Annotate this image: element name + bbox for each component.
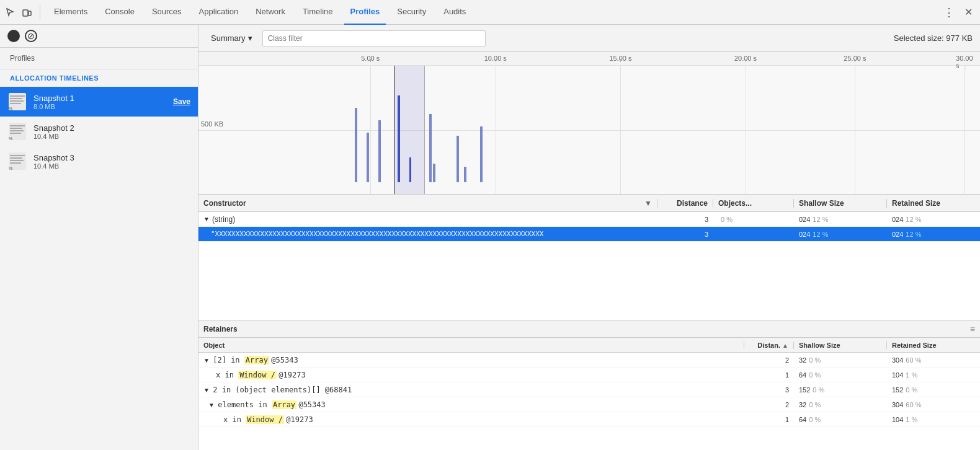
retainers-body: ▼ [2] in Array @55343 2 32 0 % 304 6 [198, 353, 980, 450]
retainers-section: Retainers ≡ Object Distan. ▲ Shallow Siz… [198, 320, 980, 450]
svg-rect-18 [10, 162, 21, 164]
sidebar: ⊘ Profiles ALLOCATION TIMELINES % Snapsh… [0, 25, 198, 450]
more-options-button[interactable]: ⋮ [941, 6, 957, 19]
tab-application[interactable]: Application [193, 0, 245, 25]
close-button[interactable]: ✕ [962, 6, 975, 18]
ruler-tick-5s: 5.00 s [361, 55, 380, 62]
svg-rect-17 [10, 160, 24, 161]
svg-rect-12 [10, 133, 21, 134]
snapshot-1-size: 8.0 MB [33, 103, 167, 110]
snapshot-item-2[interactable]: % Snapshot 2 10.4 MB [0, 117, 198, 146]
timeline-container[interactable]: 5.00 s 10.00 s 15.00 s 20.00 s 25.00 s 3… [198, 52, 980, 195]
ret-row-0[interactable]: ▼ [2] in Array @55343 2 32 0 % 304 6 [198, 353, 980, 368]
row-distance-string: 3 [657, 216, 713, 223]
record-button[interactable] [7, 30, 20, 42]
table-body: ▼ (string) 3 0 % 024 12 % [198, 212, 980, 320]
tab-security[interactable]: Security [391, 0, 432, 25]
ret-dist-1: 1 [744, 371, 794, 379]
tab-profiles[interactable]: Profiles [344, 0, 386, 25]
ret-obj-4: x in Window / @19273 [198, 415, 744, 424]
snapshot-item-3[interactable]: % Snapshot 3 10.4 MB [0, 146, 198, 176]
midline [198, 130, 980, 131]
rcol-object-header: Object [198, 342, 744, 349]
class-filter-input[interactable] [262, 30, 486, 46]
timeline-bar-2 [367, 133, 369, 182]
filter-icon[interactable]: ▼ [644, 199, 652, 208]
col-header-distance: Distance [657, 199, 713, 208]
timeline-bar-5 [429, 114, 432, 182]
ret-retained-0: 304 60 % [887, 356, 980, 364]
tab-sources[interactable]: Sources [146, 0, 188, 25]
ret-shallow-3: 32 0 % [794, 401, 887, 408]
device-icon[interactable] [21, 7, 32, 18]
retainers-scroll-icon: ≡ [970, 324, 975, 334]
retainers-header: Retainers ≡ [198, 320, 980, 338]
ret-row-4[interactable]: x in Window / @19273 1 64 0 % 104 1 % [198, 412, 980, 427]
row-constructor-string: ▼ (string) [198, 215, 657, 224]
ret-obj-3: ▼ elements in Array @55343 [198, 400, 744, 409]
ret-retained-2: 152 0 % [887, 386, 980, 394]
table-row-string-value[interactable]: "XXXXXXXXXXXXXXXXXXXXXXXXXXXXXXXXXXXXXXX… [198, 227, 980, 242]
bottom-panel: Constructor ▼ Distance Objects... Shallo… [198, 195, 980, 450]
snapshot-1-info: Snapshot 1 8.0 MB [33, 94, 167, 110]
expand-icon-string[interactable]: ▼ [203, 216, 210, 223]
rcol-retained-header: Retained Size [887, 342, 980, 349]
snapshot-item-1[interactable]: % Snapshot 1 8.0 MB Save [0, 87, 198, 117]
ruler-tick-10s: 10.00 s [484, 55, 507, 62]
row-distance-value: 3 [657, 231, 713, 238]
snapshot-1-save[interactable]: Save [173, 97, 190, 106]
timeline-chart[interactable]: 500 KB [198, 66, 980, 195]
timeline-ruler: 5.00 s 10.00 s 15.00 s 20.00 s 25.00 s 3… [198, 52, 980, 66]
rcol-shallow-header: Shallow Size [794, 342, 887, 349]
svg-rect-16 [10, 157, 22, 159]
snapshot-2-info: Snapshot 2 10.4 MB [33, 123, 190, 140]
row-objects-string: 0 % [713, 216, 794, 223]
col-header-shallow: Shallow Size [794, 199, 887, 208]
timeline-bar-7 [457, 136, 459, 182]
snapshot-2-name: Snapshot 2 [33, 123, 190, 133]
snapshot-icon-3: % [7, 151, 27, 171]
ret-retained-4: 104 1 % [887, 416, 980, 423]
highlight-window-1: Window / [238, 371, 277, 379]
col-header-objects: Objects... [713, 199, 794, 208]
highlight-array-0: Array [244, 356, 269, 364]
table-header: Constructor ▼ Distance Objects... Shallo… [198, 195, 980, 212]
tab-audits[interactable]: Audits [437, 0, 472, 25]
ret-obj-2: ▼ 2 in (object elements)[] @68841 [198, 386, 744, 394]
section-title: ALLOCATION TIMELINES [0, 69, 198, 87]
ruler-tick-20s: 20.00 s [734, 55, 757, 62]
snapshot-icon-2: % [7, 121, 27, 141]
timeline-bar-1 [355, 108, 357, 182]
profiles-header: Profiles [0, 48, 198, 69]
tab-elements[interactable]: Elements [48, 0, 94, 25]
snapshot-1-name: Snapshot 1 [33, 94, 167, 103]
svg-rect-15 [10, 155, 25, 156]
retainers-cols: Object Distan. ▲ Shallow Size Retained S… [198, 338, 980, 353]
ret-shallow-2: 152 0 % [794, 386, 887, 394]
divider [40, 5, 40, 20]
summary-dropdown[interactable]: Summary ▾ [206, 31, 257, 45]
timeline-bar-3 [378, 120, 381, 182]
main-container: ⊘ Profiles ALLOCATION TIMELINES % Snapsh… [0, 25, 980, 450]
clear-button[interactable]: ⊘ [25, 30, 37, 42]
ret-row-1[interactable]: x in Window / @19273 1 64 0 % 104 1 % [198, 368, 980, 382]
table-row-string[interactable]: ▼ (string) 3 0 % 024 12 % [198, 212, 980, 227]
tab-console[interactable]: Console [99, 0, 141, 25]
devtools-toolbar: Elements Console Sources Application Net… [0, 0, 980, 25]
svg-rect-9 [10, 125, 25, 126]
highlight-array-3: Array [272, 400, 296, 409]
tab-network[interactable]: Network [249, 0, 292, 25]
sort-arrow: ▲ [782, 342, 788, 349]
ret-row-3[interactable]: ▼ elements in Array @55343 2 32 0 % 304 [198, 397, 980, 412]
ret-dist-0: 2 [744, 356, 794, 364]
cursor-icon[interactable] [5, 7, 16, 18]
ret-shallow-1: 64 0 % [794, 371, 887, 379]
ret-row-2[interactable]: ▼ 2 in (object elements)[] @68841 3 152 … [198, 382, 980, 397]
svg-rect-1 [29, 11, 31, 15]
svg-text:%: % [9, 166, 12, 170]
ret-obj-1: x in Window / @19273 [198, 371, 744, 379]
col-header-constructor: Constructor ▼ [198, 199, 657, 208]
row-retained-value: 024 12 % [887, 231, 980, 238]
svg-rect-3 [10, 95, 25, 97]
tab-timeline[interactable]: Timeline [296, 0, 339, 25]
